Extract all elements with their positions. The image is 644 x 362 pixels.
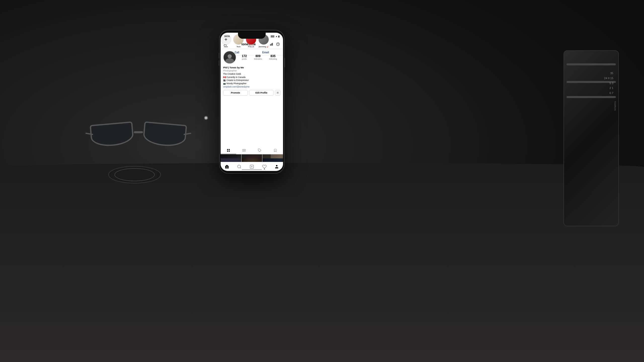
following-label: following [269, 58, 277, 60]
bio-line-3: 🎬 Creator & Entrepreneur [223, 79, 280, 82]
notch [238, 33, 266, 39]
svg-point-20 [276, 165, 277, 166]
svg-point-7 [277, 92, 278, 93]
nav-heart[interactable] [261, 163, 268, 170]
edit-profile-button[interactable]: Edit Profile [249, 90, 274, 96]
tab-tagged[interactable] [252, 147, 267, 154]
glasses [86, 121, 191, 153]
grid-photo-5[interactable] [242, 158, 262, 162]
bio-role: Photographer [223, 69, 280, 72]
avatar[interactable] [223, 51, 236, 64]
home-indicator [242, 169, 262, 170]
status-time: 19:51 [224, 35, 230, 37]
svg-rect-5 [272, 43, 273, 46]
nav-profile[interactable] [273, 163, 280, 170]
phone-screen: 19:51 ▌▌▌ ▲ ▓ tones.me [221, 33, 283, 171]
posts-label: posts [242, 58, 247, 60]
svg-point-15 [238, 165, 241, 168]
glare-dot [204, 116, 208, 120]
lens-number: TAMRON [614, 101, 616, 111]
reels-icon [242, 149, 246, 153]
lens-ring-3 [567, 96, 616, 98]
wifi-icon: ▲ [275, 35, 277, 37]
svg-rect-11 [229, 151, 230, 152]
bio-link[interactable]: unsplash.com/@tonesbyme [223, 85, 280, 88]
archive-icon[interactable] [275, 42, 280, 47]
camera-lens: 3524 II 155 32 10.7 TAMRON [564, 50, 619, 226]
tab-reels[interactable] [236, 147, 252, 154]
following-stat[interactable]: 835 following [269, 54, 277, 60]
grid-icon [227, 149, 230, 153]
promote-button[interactable]: Promote [223, 90, 248, 96]
svg-rect-3 [270, 44, 271, 46]
table-surface [0, 163, 644, 362]
svg-rect-8 [227, 149, 228, 150]
bio-name: Phil | Tones by Me [223, 66, 280, 69]
action-buttons-row: Promote Edit Profile [223, 90, 280, 96]
profile-top-row: 172 posts 809 followers 835 following [223, 51, 280, 64]
lens-markings: 3524 II 155 32 10.7 [604, 71, 613, 96]
svg-line-16 [240, 167, 241, 168]
settings-button[interactable] [275, 90, 280, 96]
photo-grid [221, 154, 283, 162]
bookmark-icon [273, 149, 277, 153]
stats-row: 172 posts 809 followers 835 following [238, 54, 280, 60]
volume-up-button [219, 53, 219, 58]
volume-down-button [219, 60, 219, 66]
nav-heart-dot [264, 169, 265, 169]
tab-bar [221, 147, 283, 154]
svg-marker-13 [244, 150, 245, 151]
battery-icon: ▓ [278, 35, 279, 37]
svg-rect-12 [243, 149, 246, 151]
glasses-left-lens [90, 121, 134, 148]
nav-home[interactable] [223, 163, 230, 170]
bio-line-1: The Creative Geek [223, 72, 280, 76]
followers-stat[interactable]: 809 followers [254, 54, 262, 60]
glasses-right-lens [142, 121, 187, 148]
glasses-bridge [134, 131, 143, 133]
profile-section: 172 posts 809 followers 835 following Ph… [221, 49, 283, 97]
grid-photo-4[interactable] [221, 158, 241, 162]
posts-count: 172 [242, 54, 247, 58]
followers-label: followers [254, 58, 262, 60]
lens-ring-1 [567, 63, 616, 65]
tagged-icon [258, 149, 261, 153]
bio-line-4: 📷 Moody Photographer [223, 82, 280, 85]
analytics-icon[interactable] [269, 42, 274, 47]
grid-photo-6[interactable] [262, 158, 283, 162]
bio-line-2: 🇨🇦 Currently in Canada [223, 76, 280, 79]
following-count: 835 [270, 54, 275, 58]
lens-cap [108, 166, 161, 184]
avatar-image [224, 51, 236, 63]
tab-bookmarks[interactable] [267, 147, 283, 154]
status-icons: ▌▌▌ ▲ ▓ [271, 35, 279, 37]
phone: 19:51 ▌▌▌ ▲ ▓ tones.me [219, 30, 284, 173]
posts-stat[interactable]: 172 posts [242, 54, 247, 60]
power-button [284, 58, 285, 67]
followers-count: 809 [255, 54, 260, 58]
svg-rect-4 [271, 43, 272, 46]
svg-rect-9 [229, 149, 230, 150]
tab-grid[interactable] [221, 147, 236, 154]
lens-cap-inner [114, 168, 155, 181]
bio-section: Phil | Tones by Me Photographer The Crea… [223, 66, 280, 88]
svg-rect-10 [227, 151, 228, 152]
signal-icon: ▌▌▌ [271, 35, 275, 37]
